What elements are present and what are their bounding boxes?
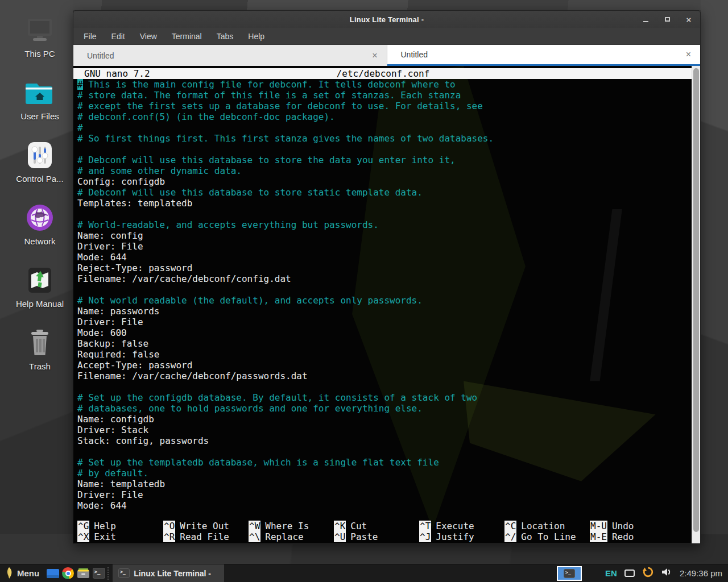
editor-line: Driver: File [77,489,681,500]
editor-line: Driver: File [77,317,681,327]
taskbar: Menu >_ >_ Linux Lite Terminal - >_ EN [0,564,728,582]
help-manual-icon [3,264,76,296]
menu-item-file[interactable]: File [84,32,97,41]
terminal-window: Linux Lite Terminal - × FileEditViewTerm… [73,10,701,544]
keyboard-layout-icon[interactable] [624,569,635,577]
file-manager-icon[interactable] [76,564,91,582]
editor-line: Stack: config, passwords [77,435,681,446]
editor-line: # [77,122,681,133]
terminal-icon: >_ [564,569,575,578]
menu-item-help[interactable]: Help [248,32,264,41]
system-tray: >_ EN 2:49:36 pm [557,564,728,582]
menu-item-view[interactable]: View [140,32,157,41]
desktop-icon-label: User Files [3,111,76,121]
editor-line [77,446,681,457]
updates-icon[interactable] [642,566,654,580]
nano-shortcut-read-file[interactable]: ^RRead File [163,531,249,542]
nano-shortcut-location[interactable]: ^CLocation [504,521,590,531]
nano-shortcut-execute[interactable]: ^TExecute [419,521,504,531]
editor-line: # by default. [77,468,681,479]
desktop-icon-user-files[interactable]: User Files [3,77,76,121]
tab-untitled-2[interactable]: Untitled × [387,45,701,66]
editor-line: Name: configdb [77,414,681,425]
editor-line [77,284,681,295]
tab-label: Untitled [401,50,428,59]
editor-line: Mode: 600 [77,327,681,338]
editor-line: # databases, one to hold passwords and o… [77,403,681,414]
editor-line: Mode: 644 [77,500,681,511]
editor-line: # This is the main config file for debco… [77,79,681,90]
editor-lines: # This is the main config file for debco… [77,79,681,511]
tab-close-icon[interactable]: × [686,50,691,59]
desktop-icon-label: Control Pa... [3,174,76,184]
editor-line: # store data. The format of this file is… [77,90,681,101]
menu-item-tabs[interactable]: Tabs [217,32,234,41]
terminal-launcher-icon[interactable]: >_ [91,564,106,582]
tab-untitled-1[interactable]: Untitled × [73,45,387,66]
task-button-label: Linux Lite Terminal - [134,569,211,578]
nano-shortcut-justify[interactable]: ^JJustify [419,531,504,542]
keyboard-language-indicator[interactable]: EN [605,568,617,578]
menu-item-terminal[interactable]: Terminal [172,32,202,41]
taskbar-separator [107,567,111,580]
menu-item-edit[interactable]: Edit [111,32,125,41]
editor-line: # debconf.conf(5) (in the debconf-doc pa… [77,111,681,122]
desktop-icon-label: This PC [3,49,76,59]
folder-home-icon [3,77,76,109]
menu-bar: FileEditViewTerminalTabsHelp [73,28,700,45]
scrollbar-track[interactable] [692,66,700,543]
nano-shortcuts: ^GHelp^OWrite Out^WWhere Is^KCut^TExecut… [77,521,681,542]
trash-icon [3,327,76,359]
editor-line: Name: templatedb [77,479,681,489]
control-panel-icon [3,139,76,171]
editor-line: # So first things first. This first stan… [77,133,681,144]
network-globe-icon [3,202,76,234]
maximize-button[interactable] [663,15,672,24]
nano-shortcut-replace[interactable]: ^\Replace [249,531,334,542]
text-cursor: # [77,79,83,90]
editor-line: Required: false [77,349,681,360]
tab-label: Untitled [87,51,114,60]
nano-shortcut-paste[interactable]: ^UPaste [334,531,419,542]
nano-shortcut-exit[interactable]: ^XExit [77,531,163,542]
nano-editor[interactable]: GNU nano 7.2 /etc/debconf.conf # This is… [73,66,693,543]
editor-line: Name: passwords [77,306,681,317]
minimize-button[interactable] [641,15,650,24]
editor-line: Filename: /var/cache/debconf/passwords.d… [77,371,681,381]
close-button[interactable]: × [684,15,693,24]
nano-file-path: /etc/debconf.conf [73,68,693,79]
editor-line: Config: configdb [77,176,681,187]
start-menu-button[interactable]: Menu [0,564,45,582]
desktop-icon-label: Trash [3,361,76,371]
nano-shortcut-write-out[interactable]: ^OWrite Out [163,521,249,531]
editor-line: # Set up the templatedb database, which … [77,457,681,468]
nano-shortcut-cut[interactable]: ^KCut [334,521,419,531]
show-desktop-icon[interactable] [45,564,60,582]
desktop-icon-network[interactable]: Network [3,202,76,246]
nano-shortcut-undo[interactable]: M-UUndo [590,521,681,531]
desktop-icon-this-pc[interactable]: This PC [3,14,76,59]
nano-shortcut-redo[interactable]: M-ERedo [590,531,681,542]
taskbar-window-button[interactable]: >_ Linux Lite Terminal - [113,564,224,582]
linux-lite-logo-icon [5,567,13,579]
title-bar[interactable]: Linux Lite Terminal - × [73,11,700,28]
volume-icon[interactable] [661,567,672,579]
wallpaper-shape [701,0,728,582]
terminal-icon: >_ [118,568,130,578]
desktop-icon-trash[interactable]: Trash [3,327,76,371]
tab-bar: Untitled × Untitled × [73,45,700,66]
desktop-icon-help-manual[interactable]: Help Manual [3,264,76,309]
nano-shortcut-help[interactable]: ^GHelp [77,521,163,531]
taskbar-clock[interactable]: 2:49:36 pm [680,568,722,578]
editor-line [77,144,681,155]
editor-line: Name: config [77,230,681,241]
editor-line [77,209,681,219]
workspace-pager[interactable]: >_ [557,566,582,581]
desktop-icon-control-panel[interactable]: Control Pa... [3,139,76,184]
nano-shortcut-go-to-line[interactable]: ^/Go To Line [504,531,590,542]
nano-shortcut-where-is[interactable]: ^WWhere Is [249,521,334,531]
nano-title-bar: GNU nano 7.2 /etc/debconf.conf [73,68,693,79]
scrollbar-thumb[interactable] [693,68,699,532]
chrome-browser-icon[interactable] [60,564,76,582]
tab-close-icon[interactable]: × [372,51,377,60]
